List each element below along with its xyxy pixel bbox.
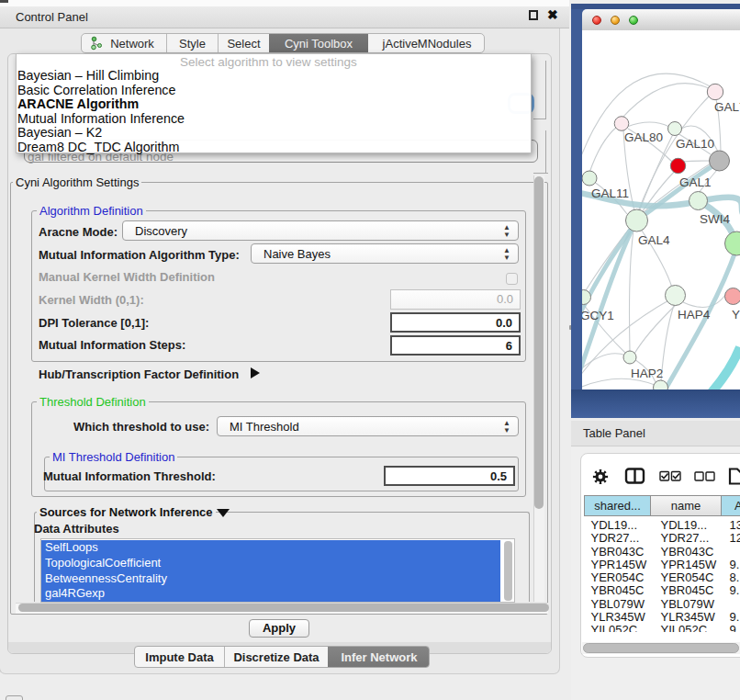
svg-text:GAL7: GAL7	[714, 100, 740, 114]
svg-text:HAP4: HAP4	[678, 308, 711, 322]
svg-text:Y: Y	[732, 308, 740, 322]
svg-text:GCY1: GCY1	[582, 309, 614, 322]
svg-text:GAL80: GAL80	[624, 130, 663, 144]
svg-text:SWI4: SWI4	[700, 212, 730, 226]
svg-text:GAL4: GAL4	[638, 233, 670, 247]
svg-text:GAL11: GAL11	[591, 186, 629, 200]
svg-text:HAP2: HAP2	[631, 367, 663, 380]
svg-text:GAL10: GAL10	[676, 137, 714, 151]
svg-text:GAL1: GAL1	[679, 175, 712, 189]
